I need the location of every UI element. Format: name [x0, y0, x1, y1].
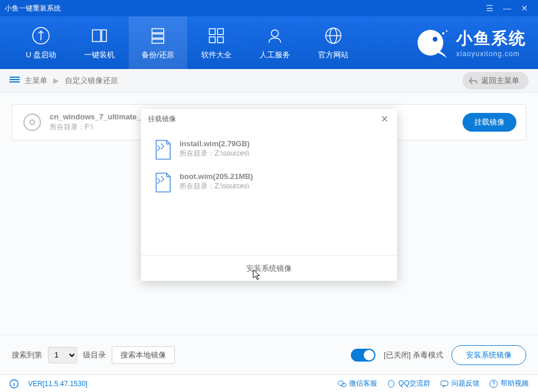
- wim-item-install[interactable]: install.wim(2.79GB) 所在目录：Z:\sources\: [150, 133, 388, 166]
- search-local-button[interactable]: 搜索本地镜像: [112, 346, 175, 364]
- modal-install-button[interactable]: 安装系统镜像: [141, 255, 397, 281]
- svg-rect-5: [152, 39, 164, 43]
- modal-close-button[interactable]: ✕: [378, 113, 390, 125]
- install-system-image-button[interactable]: 安装系统镜像: [451, 345, 526, 365]
- feedback[interactable]: 问题反馈: [440, 379, 480, 388]
- breadcrumb: 主菜单 ▶ 自定义镜像还原 返回主菜单: [0, 69, 538, 92]
- svg-rect-1: [92, 30, 101, 42]
- back-icon: [468, 76, 478, 85]
- mount-image-button[interactable]: 挂载镜像: [463, 113, 516, 132]
- minimize-button[interactable]: ―: [498, 0, 516, 16]
- breadcrumb-root[interactable]: 主菜单: [25, 75, 47, 86]
- back-to-main-button[interactable]: 返回主菜单: [463, 72, 529, 90]
- svg-rect-7: [218, 29, 223, 35]
- file-icon: [154, 139, 173, 160]
- disc-icon: [22, 112, 43, 133]
- grid-icon: [206, 25, 227, 46]
- chat-icon: [440, 379, 449, 388]
- globe-icon: [323, 25, 344, 46]
- search-label-b: 级目录: [83, 350, 106, 360]
- help-video[interactable]: 帮助视频: [489, 379, 529, 388]
- svg-point-14: [433, 37, 437, 42]
- svg-rect-4: [152, 34, 164, 38]
- titlebar: 小鱼一键重装系统 ☰ ― ✕: [0, 0, 538, 16]
- svg-point-10: [271, 30, 278, 37]
- qq-icon: [387, 379, 396, 388]
- navbar: U 盘启动 一键装机 备份/还原 软件大全 人工服务 官方网站: [0, 16, 538, 69]
- svg-point-22: [388, 380, 394, 387]
- wechat-support[interactable]: 微信客服: [337, 379, 377, 388]
- svg-rect-6: [209, 29, 215, 35]
- fish-icon: [414, 25, 449, 60]
- svg-point-15: [442, 32, 444, 35]
- svg-rect-3: [152, 29, 164, 33]
- logo-text-main: 小鱼系统: [456, 27, 526, 50]
- usb-icon: [30, 25, 51, 46]
- nav-software[interactable]: 软件大全: [187, 16, 246, 69]
- wim-item-boot[interactable]: boot.wim(205.21MB) 所在目录：Z:\sources\: [150, 166, 388, 199]
- antivirus-toggle[interactable]: [351, 349, 375, 362]
- logo-text-sub: xiaoyuxitong.com: [456, 50, 526, 58]
- breadcrumb-current: 自定义镜像还原: [65, 75, 118, 86]
- svg-rect-2: [102, 30, 106, 42]
- list-icon: [9, 77, 20, 85]
- close-button[interactable]: ✕: [516, 0, 533, 16]
- nav-usb-boot[interactable]: U 盘启动: [12, 16, 70, 69]
- file-icon: [154, 172, 173, 193]
- nav-one-click-install[interactable]: 一键装机: [70, 16, 129, 69]
- menu-button[interactable]: ☰: [481, 0, 498, 16]
- logo: 小鱼系统 xiaoyuxitong.com: [414, 25, 526, 60]
- svg-point-16: [446, 30, 448, 32]
- search-label-a: 搜索到第: [12, 350, 42, 360]
- wim-name: install.wim(2.79GB): [180, 139, 250, 148]
- svg-point-17: [24, 114, 40, 130]
- antivirus-label: [已关闭] 杀毒模式: [384, 350, 443, 360]
- statusbar: VER[11.5.47.1530] 微信客服 QQ交流群 问题反馈 帮助视频: [0, 374, 538, 392]
- level-select[interactable]: 1: [48, 347, 77, 363]
- mount-image-modal: 挂载镜像 ✕ install.wim(2.79GB) 所在目录：Z:\sourc…: [141, 109, 397, 281]
- chevron-right-icon: ▶: [53, 76, 59, 85]
- version-label: VER[11.5.47.1530]: [28, 380, 87, 388]
- svg-point-18: [30, 120, 35, 125]
- bottom-toolbar: 搜索到第 1 级目录 搜索本地镜像 [已关闭] 杀毒模式 安装系统镜像: [0, 335, 538, 374]
- wim-path: 所在目录：Z:\sources\: [180, 149, 250, 159]
- svg-rect-23: [441, 381, 448, 386]
- wim-name: boot.wim(205.21MB): [180, 172, 253, 181]
- qq-group[interactable]: QQ交流群: [387, 379, 430, 388]
- nav-backup-restore[interactable]: 备份/还原: [129, 16, 187, 69]
- nav-website[interactable]: 官方网站: [304, 16, 363, 69]
- nav-support[interactable]: 人工服务: [246, 16, 304, 69]
- computer-icon: [89, 25, 110, 46]
- info-icon: [9, 379, 19, 388]
- headset-icon: [264, 25, 285, 46]
- modal-body: install.wim(2.79GB) 所在目录：Z:\sources\ boo…: [141, 129, 397, 255]
- svg-rect-8: [209, 37, 215, 43]
- modal-title: 挂载镜像: [148, 114, 176, 124]
- server-icon: [147, 25, 168, 46]
- modal-header: 挂载镜像 ✕: [141, 109, 397, 129]
- app-title: 小鱼一键重装系统: [5, 4, 481, 13]
- help-icon: [489, 379, 498, 388]
- wim-path: 所在目录：Z:\sources\: [180, 181, 253, 191]
- svg-rect-9: [218, 37, 223, 43]
- wechat-icon: [337, 379, 347, 388]
